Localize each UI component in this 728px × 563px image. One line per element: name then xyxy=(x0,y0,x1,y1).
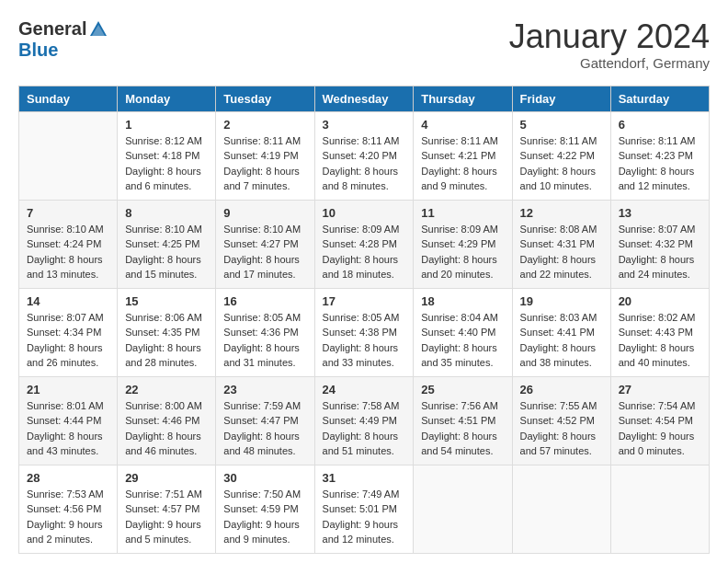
day-number: 9 xyxy=(223,206,306,220)
calendar-cell: 1Sunrise: 8:12 AMSunset: 4:18 PMDaylight… xyxy=(118,111,216,200)
day-number: 13 xyxy=(619,206,701,220)
day-number: 6 xyxy=(619,118,701,132)
calendar-cell: 11Sunrise: 8:09 AMSunset: 4:29 PMDayligh… xyxy=(414,200,512,288)
day-info: Sunrise: 8:09 AMSunset: 4:29 PMDaylight:… xyxy=(421,222,504,282)
day-number: 16 xyxy=(223,294,306,308)
calendar-cell: 5Sunrise: 8:11 AMSunset: 4:22 PMDaylight… xyxy=(512,111,610,200)
calendar-cell: 10Sunrise: 8:09 AMSunset: 4:28 PMDayligh… xyxy=(314,200,414,288)
calendar-week-row: 7Sunrise: 8:10 AMSunset: 4:24 PMDaylight… xyxy=(19,200,710,288)
calendar-cell: 4Sunrise: 8:11 AMSunset: 4:21 PMDaylight… xyxy=(414,111,512,200)
day-number: 3 xyxy=(323,118,406,132)
day-number: 31 xyxy=(323,471,406,485)
calendar-week-row: 28Sunrise: 7:53 AMSunset: 4:56 PMDayligh… xyxy=(19,465,710,553)
day-info: Sunrise: 8:10 AMSunset: 4:24 PMDaylight:… xyxy=(27,222,109,282)
day-info: Sunrise: 7:58 AMSunset: 4:49 PMDaylight:… xyxy=(323,398,406,459)
weekday-header-saturday: Saturday xyxy=(610,86,709,111)
day-info: Sunrise: 8:08 AMSunset: 4:31 PMDaylight:… xyxy=(520,222,603,282)
logo-general-text: General xyxy=(18,18,86,40)
day-info: Sunrise: 7:54 AMSunset: 4:54 PMDaylight:… xyxy=(619,398,701,459)
logo-blue-text: Blue xyxy=(18,40,58,61)
day-info: Sunrise: 8:11 AMSunset: 4:22 PMDaylight:… xyxy=(520,133,603,194)
day-info: Sunrise: 8:04 AMSunset: 4:40 PMDaylight:… xyxy=(421,310,504,371)
day-info: Sunrise: 8:11 AMSunset: 4:23 PMDaylight:… xyxy=(619,133,701,194)
page-header: General Blue January 2024 Gattendorf, Ge… xyxy=(18,18,710,71)
weekday-header-row: SundayMondayTuesdayWednesdayThursdayFrid… xyxy=(19,86,710,111)
calendar-cell: 18Sunrise: 8:04 AMSunset: 4:40 PMDayligh… xyxy=(414,288,512,376)
day-info: Sunrise: 7:51 AMSunset: 4:57 PMDaylight:… xyxy=(125,487,208,547)
calendar-cell: 7Sunrise: 8:10 AMSunset: 4:24 PMDaylight… xyxy=(19,200,118,288)
day-info: Sunrise: 8:05 AMSunset: 4:38 PMDaylight:… xyxy=(323,310,406,371)
calendar-cell: 25Sunrise: 7:56 AMSunset: 4:51 PMDayligh… xyxy=(414,376,512,465)
weekday-header-tuesday: Tuesday xyxy=(216,86,314,111)
day-number: 25 xyxy=(421,383,504,396)
day-number: 1 xyxy=(125,118,208,132)
day-info: Sunrise: 7:56 AMSunset: 4:51 PMDaylight:… xyxy=(421,398,504,459)
weekday-header-thursday: Thursday xyxy=(414,86,512,111)
weekday-header-sunday: Sunday xyxy=(19,86,118,111)
day-info: Sunrise: 8:01 AMSunset: 4:44 PMDaylight:… xyxy=(27,398,109,459)
day-number: 22 xyxy=(125,383,208,396)
calendar-cell: 30Sunrise: 7:50 AMSunset: 4:59 PMDayligh… xyxy=(216,465,314,553)
calendar-cell: 15Sunrise: 8:06 AMSunset: 4:35 PMDayligh… xyxy=(118,288,216,376)
title-section: January 2024 Gattendorf, Germany xyxy=(509,18,710,71)
calendar-cell: 8Sunrise: 8:10 AMSunset: 4:25 PMDaylight… xyxy=(118,200,216,288)
calendar-cell: 12Sunrise: 8:08 AMSunset: 4:31 PMDayligh… xyxy=(512,200,610,288)
calendar-cell: 2Sunrise: 8:11 AMSunset: 4:19 PMDaylight… xyxy=(216,111,314,200)
calendar-week-row: 14Sunrise: 8:07 AMSunset: 4:34 PMDayligh… xyxy=(19,288,710,376)
day-number: 4 xyxy=(421,118,504,132)
day-info: Sunrise: 8:10 AMSunset: 4:25 PMDaylight:… xyxy=(125,222,208,282)
calendar-cell: 16Sunrise: 8:05 AMSunset: 4:36 PMDayligh… xyxy=(216,288,314,376)
day-number: 11 xyxy=(421,206,504,220)
day-number: 20 xyxy=(619,294,701,308)
logo-icon xyxy=(88,19,108,40)
day-number: 26 xyxy=(520,383,603,396)
day-info: Sunrise: 8:09 AMSunset: 4:28 PMDaylight:… xyxy=(323,222,406,282)
calendar-cell: 26Sunrise: 7:55 AMSunset: 4:52 PMDayligh… xyxy=(512,376,610,465)
day-info: Sunrise: 8:03 AMSunset: 4:41 PMDaylight:… xyxy=(520,310,603,371)
month-title: January 2024 xyxy=(509,18,710,55)
weekday-header-wednesday: Wednesday xyxy=(314,86,414,111)
day-info: Sunrise: 8:06 AMSunset: 4:35 PMDaylight:… xyxy=(125,310,208,371)
day-info: Sunrise: 7:53 AMSunset: 4:56 PMDaylight:… xyxy=(27,487,109,547)
day-number: 5 xyxy=(520,118,603,132)
day-info: Sunrise: 8:12 AMSunset: 4:18 PMDaylight:… xyxy=(125,133,208,194)
calendar-cell: 20Sunrise: 8:02 AMSunset: 4:43 PMDayligh… xyxy=(610,288,709,376)
day-info: Sunrise: 8:10 AMSunset: 4:27 PMDaylight:… xyxy=(223,222,306,282)
calendar-cell: 24Sunrise: 7:58 AMSunset: 4:49 PMDayligh… xyxy=(314,376,414,465)
day-number: 19 xyxy=(520,294,603,308)
calendar-cell xyxy=(610,465,709,553)
day-info: Sunrise: 8:11 AMSunset: 4:19 PMDaylight:… xyxy=(223,133,306,194)
calendar-cell: 14Sunrise: 8:07 AMSunset: 4:34 PMDayligh… xyxy=(19,288,118,376)
calendar-cell: 23Sunrise: 7:59 AMSunset: 4:47 PMDayligh… xyxy=(216,376,314,465)
day-info: Sunrise: 7:55 AMSunset: 4:52 PMDaylight:… xyxy=(520,398,603,459)
day-number: 23 xyxy=(223,383,306,396)
calendar-cell: 19Sunrise: 8:03 AMSunset: 4:41 PMDayligh… xyxy=(512,288,610,376)
calendar-cell: 9Sunrise: 8:10 AMSunset: 4:27 PMDaylight… xyxy=(216,200,314,288)
calendar-cell xyxy=(19,111,118,200)
weekday-header-friday: Friday xyxy=(512,86,610,111)
day-number: 14 xyxy=(27,294,109,308)
day-info: Sunrise: 8:11 AMSunset: 4:20 PMDaylight:… xyxy=(323,133,406,194)
weekday-header-monday: Monday xyxy=(118,86,216,111)
day-info: Sunrise: 8:05 AMSunset: 4:36 PMDaylight:… xyxy=(223,310,306,371)
day-number: 24 xyxy=(323,383,406,396)
calendar-cell: 21Sunrise: 8:01 AMSunset: 4:44 PMDayligh… xyxy=(19,376,118,465)
day-number: 17 xyxy=(323,294,406,308)
day-number: 28 xyxy=(27,471,109,485)
calendar-cell: 17Sunrise: 8:05 AMSunset: 4:38 PMDayligh… xyxy=(314,288,414,376)
calendar-cell xyxy=(414,465,512,553)
day-number: 21 xyxy=(27,383,109,396)
calendar-cell: 13Sunrise: 8:07 AMSunset: 4:32 PMDayligh… xyxy=(610,200,709,288)
day-number: 10 xyxy=(323,206,406,220)
calendar-cell: 29Sunrise: 7:51 AMSunset: 4:57 PMDayligh… xyxy=(118,465,216,553)
calendar-cell: 31Sunrise: 7:49 AMSunset: 5:01 PMDayligh… xyxy=(314,465,414,553)
day-info: Sunrise: 7:59 AMSunset: 4:47 PMDaylight:… xyxy=(223,398,306,459)
calendar-cell: 22Sunrise: 8:00 AMSunset: 4:46 PMDayligh… xyxy=(118,376,216,465)
day-info: Sunrise: 8:07 AMSunset: 4:32 PMDaylight:… xyxy=(619,222,701,282)
day-info: Sunrise: 7:50 AMSunset: 4:59 PMDaylight:… xyxy=(223,487,306,547)
calendar-table: SundayMondayTuesdayWednesdayThursdayFrid… xyxy=(18,86,710,554)
day-number: 12 xyxy=(520,206,603,220)
day-info: Sunrise: 8:11 AMSunset: 4:21 PMDaylight:… xyxy=(421,133,504,194)
day-number: 30 xyxy=(223,471,306,485)
logo: General Blue xyxy=(18,18,108,61)
